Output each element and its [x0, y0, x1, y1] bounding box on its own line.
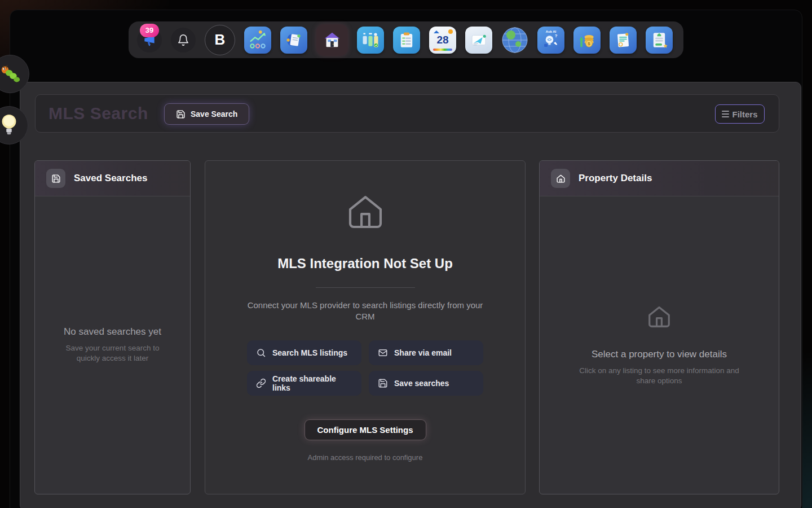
svg-text:?: ?	[555, 33, 558, 38]
ask-ai-label: Ask AI	[537, 30, 564, 33]
home-icon	[551, 169, 570, 188]
filters-button[interactable]: Filters	[715, 104, 765, 124]
configure-mls-settings-button[interactable]: Configure MLS Settings	[304, 419, 426, 440]
page-title: MLS Search	[48, 104, 148, 123]
mail-app-icon[interactable]	[465, 27, 492, 54]
notifications-button[interactable]	[171, 28, 196, 52]
property-details-header: Property Details	[540, 161, 779, 196]
admin-access-note: Admin access required to configure	[308, 453, 423, 462]
page-header: MLS Search Save Search Filters	[35, 94, 779, 133]
saved-searches-title: Saved Searches	[74, 173, 147, 184]
integration-title: MLS Integration Not Set Up	[277, 256, 453, 271]
mail-icon	[378, 348, 388, 358]
save-search-button[interactable]: Save Search	[164, 103, 249, 125]
notification-count-badge: 39	[140, 24, 159, 37]
globe-app-icon[interactable]	[501, 27, 528, 54]
empty-state-description: Save your current search to quickly acce…	[62, 343, 164, 363]
brand-b-letter: B	[215, 31, 226, 49]
mls-integration-panel: MLS Integration Not Set Up Connect your …	[205, 160, 526, 494]
empty-state-title: No saved searches yet	[64, 326, 161, 338]
integration-description: Connect your MLS provider to search list…	[241, 300, 489, 323]
property-details-empty-state: Select a property to view details Click …	[540, 196, 779, 493]
empty-state-description: Click on any listing to see more informa…	[575, 366, 744, 386]
saved-searches-empty-state: No saved searches yet Save your current …	[35, 196, 190, 493]
feature-save-searches: Save searches	[369, 371, 483, 396]
kanban-app-icon[interactable]	[357, 27, 384, 54]
property-details-title: Property Details	[579, 173, 652, 184]
filters-label: Filters	[732, 110, 757, 119]
feature-share-via-email: Share via email	[369, 340, 483, 365]
brand-b-button[interactable]: B	[205, 25, 235, 55]
calendar-dot	[448, 29, 453, 34]
feature-search-mls-listings: Search MLS listings	[247, 340, 361, 365]
feature-label: Save searches	[394, 379, 449, 388]
feature-label: Share via email	[394, 348, 452, 357]
feature-label: Search MLS listings	[272, 348, 347, 357]
feature-list: Search MLS listings Share via email Crea…	[247, 340, 483, 396]
link-icon	[256, 378, 266, 388]
filter-lines-icon	[722, 111, 729, 117]
ask-ai-app-icon[interactable]: Ask AI ?	[537, 27, 564, 54]
mls-home-app-icon-active[interactable]	[316, 24, 348, 56]
feature-create-shareable-links: Create shareable links	[247, 371, 361, 396]
empty-state-title: Select a property to view details	[592, 349, 727, 360]
contract-app-icon[interactable]	[610, 27, 637, 54]
whats-new-button[interactable]: 39	[137, 28, 162, 52]
feature-label: Create shareable links	[272, 374, 352, 392]
calendar-app-icon[interactable]: 28	[429, 27, 456, 54]
property-details-panel: Property Details Select a property to vi…	[539, 160, 779, 494]
svg-text:$: $	[588, 41, 590, 46]
saved-searches-panel: Saved Searches No saved searches yet Sav…	[34, 160, 191, 494]
search-icon	[256, 348, 266, 358]
saved-searches-header: Saved Searches	[35, 161, 190, 196]
save-icon	[176, 110, 186, 119]
save-icon	[46, 169, 65, 188]
bell-icon	[177, 34, 189, 46]
mls-search-page: MLS Search Save Search Filters Saved Sea…	[20, 82, 801, 508]
app-dock: 39 B	[129, 21, 683, 58]
listing-form-app-icon[interactable]	[646, 27, 673, 54]
analytics-app-icon[interactable]	[244, 27, 271, 54]
caterpillar-icon	[0, 64, 21, 84]
lightbulb-icon	[0, 113, 19, 137]
calendar-day: 28	[436, 34, 448, 45]
save-icon	[378, 378, 388, 388]
documents-roll-app-icon[interactable]	[280, 27, 307, 54]
profit-app-icon[interactable]: $	[573, 27, 601, 54]
house-icon	[345, 191, 386, 232]
calendar-rainbow-bar	[433, 49, 452, 51]
divider	[316, 287, 415, 288]
house-icon	[646, 304, 672, 330]
tasks-app-icon[interactable]	[393, 27, 420, 54]
save-search-label: Save Search	[191, 110, 237, 119]
